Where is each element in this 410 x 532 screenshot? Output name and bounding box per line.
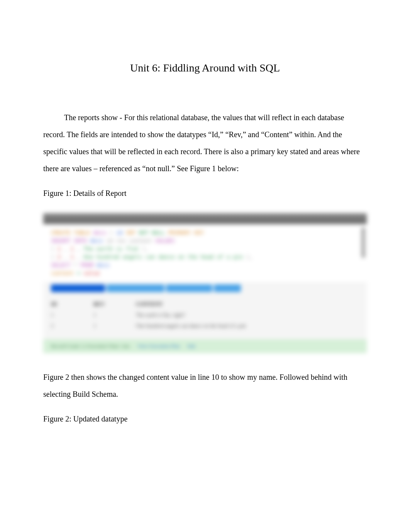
cell-id: 1 xyxy=(51,312,70,318)
figure-1-image: CREATE TABLE docs ( id INT NOT NULL PRIM… xyxy=(43,213,367,353)
edit-fullscreen-button xyxy=(107,284,164,292)
code-ident: docs xyxy=(90,238,103,244)
code-num: 2 xyxy=(58,254,61,260)
figure-code-area: CREATE TABLE docs ( id INT NOT NULL PRIM… xyxy=(43,224,367,282)
code-paren: ( xyxy=(51,246,58,252)
code-sep: * xyxy=(74,262,80,268)
footer-record-count: Record Count: 2; Execution Time: 1ms xyxy=(51,343,130,349)
code-keyword: INSERT xyxy=(51,238,71,244)
build-schema-button xyxy=(51,284,105,292)
table-row: 2 1 One hundred angels can dance on the … xyxy=(51,321,359,331)
code-keyword: VALUES xyxy=(155,238,175,244)
table-row: 1 1 The earth is flat, right? xyxy=(51,310,359,321)
code-str: The earth is flat xyxy=(83,246,139,252)
code-keyword: SELECT xyxy=(51,262,71,268)
page-title: Unit 6: Fiddling Around with SQL xyxy=(43,62,367,74)
code-constraint: PRIMARY KEY xyxy=(168,229,204,236)
figure-button-row xyxy=(43,282,367,296)
cell-content: The earth is flat, right? xyxy=(136,312,359,318)
code-str: One hundred angels can dance on the head… xyxy=(83,254,243,260)
code-sep: , xyxy=(64,254,71,260)
code-val: value xyxy=(83,270,100,276)
browser-button xyxy=(166,284,212,292)
code-sep: , xyxy=(77,254,83,260)
col-rev-header: REV xyxy=(93,301,113,308)
figure-result-table: ID REV CONTENT 1 1 The earth is flat, ri… xyxy=(43,296,367,339)
code-paren: ), xyxy=(142,246,149,252)
code-ident: docs xyxy=(97,262,110,268)
code-ident: docs xyxy=(93,229,107,236)
cell-id: 2 xyxy=(51,323,70,329)
code-sep: , xyxy=(77,246,83,252)
code-keyword: FROM xyxy=(80,262,93,268)
code-num: 1 xyxy=(71,246,74,252)
cell-content: One hundred angels can dance on the head… xyxy=(136,323,359,329)
code-keyword: INTO xyxy=(74,238,87,244)
code-num: 1 xyxy=(58,246,61,252)
table-header-row: ID REV CONTENT xyxy=(51,299,359,310)
code-sep: , xyxy=(64,246,71,252)
code-keyword: CREATE xyxy=(51,229,71,236)
figure-header-bar xyxy=(43,213,367,224)
code-op: = xyxy=(77,270,80,276)
code-ident: id xyxy=(116,229,123,236)
code-type: INT xyxy=(126,229,136,236)
code-paren: ( xyxy=(51,254,58,260)
figure-2-label: Figure 2: Updated datatype xyxy=(43,410,367,427)
scrollbar xyxy=(361,227,365,258)
code-paren: ( xyxy=(110,229,116,236)
code-paren: ), xyxy=(246,254,253,260)
code-ident: content xyxy=(51,270,74,276)
figure-footer: Record Count: 2; Execution Time: 1ms Vie… xyxy=(43,339,367,353)
col-id-header: ID xyxy=(51,301,70,308)
code-ident: id rev content xyxy=(106,238,152,244)
cell-rev: 1 xyxy=(93,323,113,329)
figure-1-label: Figure 1: Details of Report xyxy=(43,185,367,202)
footer-exec-plan-link: View Execution Plan xyxy=(137,343,180,349)
paragraph-2: Figure 2 then shows the changed content … xyxy=(43,369,367,403)
cell-rev: 1 xyxy=(93,312,113,318)
code-num: 1 xyxy=(71,254,74,260)
paragraph-1: The reports show - For this relational d… xyxy=(43,109,367,177)
col-content-header: CONTENT xyxy=(136,301,359,308)
code-keyword: TABLE xyxy=(74,229,90,236)
plus-button xyxy=(214,284,241,292)
footer-link: link xyxy=(188,343,195,349)
code-constraint: NOT NULL xyxy=(139,229,165,236)
